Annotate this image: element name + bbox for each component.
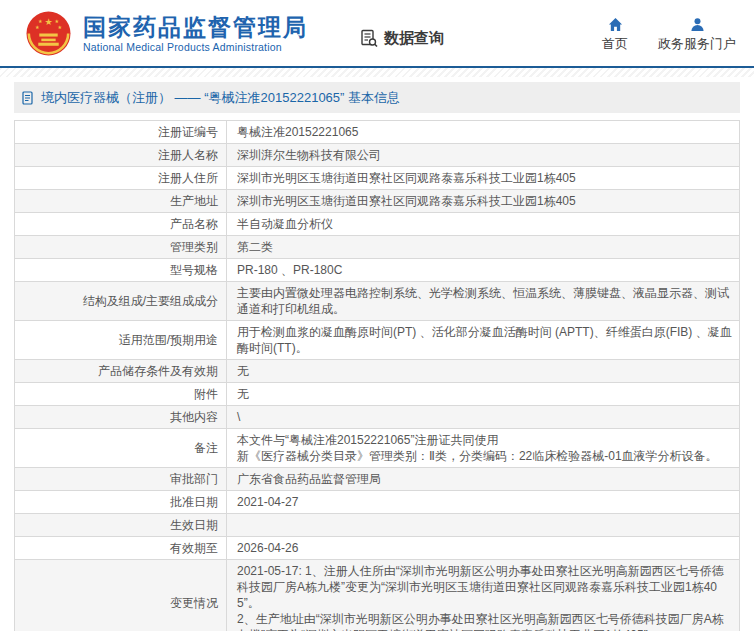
- table-row: 生效日期: [15, 513, 739, 536]
- row-value: 第二类: [227, 236, 739, 258]
- row-value: 半自动凝血分析仪: [227, 213, 739, 235]
- registration-info-table: 注册证编号粤械注准20152221065注册人名称深圳湃尔生物科技有限公司注册人…: [14, 120, 740, 631]
- svg-text:★: ★: [44, 17, 52, 27]
- document-icon: [22, 91, 35, 105]
- site-subtitle: National Medical Products Administration: [83, 41, 308, 53]
- row-value: 2021-05-17: 1、注册人住所由“深圳市光明新区公明办事处田寮社区光明高…: [227, 560, 739, 631]
- nmpa-logo[interactable]: ★ ★ ★ ★ ★ 国家药品监督管理局 National Medical Pro…: [26, 11, 308, 56]
- table-row: 附件无: [15, 382, 739, 405]
- row-label-text: 型号规格: [170, 262, 218, 278]
- nav-home-label: 首页: [602, 35, 628, 53]
- national-emblem-icon: ★ ★ ★ ★ ★: [26, 11, 71, 56]
- data-query-icon: [360, 29, 379, 48]
- row-value: PR-180 、PR-180C: [227, 259, 739, 281]
- row-value: [227, 514, 739, 536]
- table-row: 产品储存条件及有效期无: [15, 359, 739, 382]
- row-label: 审批部门: [15, 468, 227, 490]
- svg-text:★: ★: [54, 18, 59, 24]
- row-label-text: 审批部门: [170, 471, 218, 487]
- row-label: 结构及组成/主要组成成分: [15, 282, 227, 320]
- row-label-text: 变更情况: [170, 595, 218, 611]
- nav-portal[interactable]: 政务服务门户: [658, 17, 736, 53]
- table-row: 有效期至2026-04-26: [15, 536, 739, 559]
- nav-portal-label: 政务服务门户: [658, 35, 736, 53]
- row-label: 有效期至: [15, 537, 227, 559]
- row-label-text: 有效期至: [170, 540, 218, 556]
- row-label: 生效日期: [15, 514, 227, 536]
- row-label-text: 产品名称: [170, 216, 218, 232]
- top-nav: 首页 政务服务门户: [602, 17, 736, 53]
- site-header: ★ ★ ★ ★ ★ 国家药品监督管理局 National Medical Pro…: [0, 0, 754, 66]
- table-row: 生产地址深圳市光明区玉塘街道田寮社区同观路泰嘉乐科技工业园1栋405: [15, 189, 739, 212]
- table-row: 型号规格PR-180 、PR-180C: [15, 258, 739, 281]
- svg-text:★: ★: [57, 24, 62, 30]
- row-label: 批准日期: [15, 491, 227, 513]
- row-label-text: 其他内容: [170, 409, 218, 425]
- row-value: 粤械注准20152221065: [227, 121, 739, 143]
- row-label: 附件: [15, 383, 227, 405]
- row-label: 注册人名称: [15, 144, 227, 166]
- row-value: 本文件与“粤械注准20152221065”注册证共同使用 新《医疗器械分类目录》…: [227, 429, 739, 467]
- row-label-text: 批准日期: [170, 494, 218, 510]
- row-label-text: 注册人住所: [158, 170, 218, 186]
- row-label-text: 注册人名称: [158, 147, 218, 163]
- row-label-text: 附件: [194, 386, 218, 402]
- row-label-text: 产品储存条件及有效期: [98, 363, 218, 379]
- row-label-text: 适用范围/预期用途: [119, 332, 218, 348]
- svg-text:★: ★: [35, 24, 40, 30]
- table-row: 批准日期2021-04-27: [15, 490, 739, 513]
- row-value: 深圳市光明区玉塘街道田寮社区同观路泰嘉乐科技工业园1栋405: [227, 190, 739, 212]
- table-row: 产品名称半自动凝血分析仪: [15, 212, 739, 235]
- breadcrumb: 境内医疗器械（注册） —— “粤械注准20152221065” 基本信息: [14, 82, 740, 113]
- row-value: 2026-04-26: [227, 537, 739, 559]
- row-label: 备注: [15, 429, 227, 467]
- row-label: 型号规格: [15, 259, 227, 281]
- table-row: 其他内容\: [15, 405, 739, 428]
- home-icon: [608, 17, 623, 32]
- site-title: 国家药品监督管理局: [83, 14, 308, 40]
- row-label-text: 生效日期: [170, 517, 218, 533]
- table-row: 变更情况2021-05-17: 1、注册人住所由“深圳市光明新区公明办事处田寮社…: [15, 559, 739, 631]
- breadcrumb-text: 境内医疗器械（注册） —— “粤械注准20152221065” 基本信息: [41, 89, 400, 107]
- nav-home[interactable]: 首页: [602, 17, 628, 53]
- row-value: 用于检测血浆的凝血酶原时间(PT) 、活化部分凝血活酶时间 (APTT)、纤维蛋…: [227, 321, 739, 359]
- table-row: 注册人名称深圳湃尔生物科技有限公司: [15, 143, 739, 166]
- row-value: 主要由内置微处理器电路控制系统、光学检测系统、恒温系统、薄膜键盘、液晶显示器、测…: [227, 282, 739, 320]
- row-label: 注册证编号: [15, 121, 227, 143]
- row-value: 深圳湃尔生物科技有限公司: [227, 144, 739, 166]
- row-label: 管理类别: [15, 236, 227, 258]
- table-row: 管理类别第二类: [15, 235, 739, 258]
- data-query-nav[interactable]: 数据查询: [360, 29, 444, 48]
- row-label-text: 注册证编号: [158, 124, 218, 140]
- row-label: 变更情况: [15, 560, 227, 631]
- row-label-text: 管理类别: [170, 239, 218, 255]
- row-value: \: [227, 406, 739, 428]
- table-row: 结构及组成/主要组成成分主要由内置微处理器电路控制系统、光学检测系统、恒温系统、…: [15, 281, 739, 320]
- user-icon: [690, 17, 705, 32]
- svg-text:★: ★: [38, 18, 43, 24]
- table-row: 审批部门广东省食品药品监督管理局: [15, 467, 739, 490]
- row-label-text: 备注: [194, 440, 218, 456]
- row-label: 注册人住所: [15, 167, 227, 189]
- row-value: 无: [227, 383, 739, 405]
- table-row: 注册人住所深圳市光明区玉塘街道田寮社区同观路泰嘉乐科技工业园1栋405: [15, 166, 739, 189]
- data-query-label: 数据查询: [384, 29, 444, 48]
- row-label: 产品储存条件及有效期: [15, 360, 227, 382]
- row-label: 适用范围/预期用途: [15, 321, 227, 359]
- row-label-text: 结构及组成/主要组成成分: [83, 293, 218, 309]
- main-content: 境内医疗器械（注册） —— “粤械注准20152221065” 基本信息 注册证…: [0, 82, 754, 631]
- row-value: 深圳市光明区玉塘街道田寮社区同观路泰嘉乐科技工业园1栋405: [227, 167, 739, 189]
- table-row: 备注本文件与“粤械注准20152221065”注册证共同使用 新《医疗器械分类目…: [15, 428, 739, 467]
- row-value: 广东省食品药品监督管理局: [227, 468, 739, 490]
- row-value: 2021-04-27: [227, 491, 739, 513]
- header-hatch-strip: [0, 68, 754, 77]
- row-label: 生产地址: [15, 190, 227, 212]
- table-row: 注册证编号粤械注准20152221065: [15, 121, 739, 143]
- row-label: 产品名称: [15, 213, 227, 235]
- table-row: 适用范围/预期用途用于检测血浆的凝血酶原时间(PT) 、活化部分凝血活酶时间 (…: [15, 320, 739, 359]
- row-label: 其他内容: [15, 406, 227, 428]
- row-label-text: 生产地址: [170, 193, 218, 209]
- row-value: 无: [227, 360, 739, 382]
